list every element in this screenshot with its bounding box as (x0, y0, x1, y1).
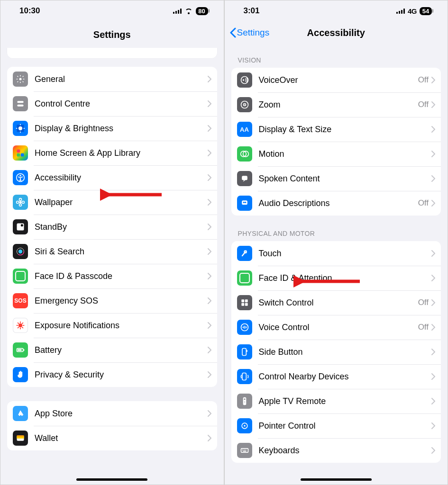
back-button[interactable]: Settings (229, 27, 270, 38)
svg-line-33 (22, 323, 23, 324)
navbar: Settings (0, 21, 224, 48)
chevron-right-icon (208, 273, 211, 279)
row-spoken-content[interactable]: Spoken Content (231, 166, 441, 191)
row-voice-control[interactable]: Voice ControlOff (231, 315, 441, 340)
chevron-right-icon (431, 126, 435, 133)
battery-indicator: 80 (196, 7, 210, 15)
chevron-right-icon (431, 77, 435, 83)
row-emergency-sos[interactable]: SOSEmergency SOS (7, 288, 217, 313)
row-battery[interactable]: Battery (7, 338, 217, 362)
chevron-right-icon (208, 76, 211, 82)
standby-icon (13, 219, 28, 234)
row-label: Side Button (259, 347, 432, 357)
svg-rect-36 (18, 349, 21, 350)
zoom-icon (237, 97, 252, 112)
chevron-right-icon (431, 250, 435, 257)
row-keyboards[interactable]: Keyboards (231, 438, 441, 463)
accessibility-screen: 3:01 4G 54 Settings Accessibility VISION… (225, 0, 448, 485)
row-voiceover[interactable]: VoiceOverOff (231, 68, 441, 92)
svg-point-24 (18, 250, 22, 253)
siri-icon (13, 244, 28, 259)
chevron-right-icon (431, 200, 435, 207)
row-label: Accessibility (35, 173, 208, 183)
row-value: Off (418, 323, 429, 332)
svg-rect-56 (245, 303, 247, 306)
row-general[interactable]: General (7, 67, 217, 91)
settings-group: VoiceOverOffZoomOffAADisplay & Text Size… (231, 68, 441, 216)
row-label: Voice Control (259, 323, 418, 332)
row-label: Display & Text Size (259, 125, 432, 135)
row-wallet[interactable]: Wallet (7, 426, 217, 450)
svg-point-25 (18, 323, 22, 327)
row-privacy-security[interactable]: Privacy & Security (7, 362, 217, 387)
svg-point-42 (242, 79, 244, 81)
svg-point-17 (19, 204, 22, 206)
row-standby[interactable]: StandBy (7, 215, 217, 239)
row-display-text-size[interactable]: AADisplay & Text Size (231, 117, 441, 142)
atvremote-icon (237, 394, 252, 409)
voicectrl-icon (237, 320, 252, 335)
row-wallpaper[interactable]: Wallpaper (7, 190, 217, 215)
row-label: Siri & Search (35, 247, 208, 257)
chevron-right-icon (431, 398, 435, 404)
row-side-button[interactable]: Side Button (231, 340, 441, 364)
home-indicator[interactable] (301, 478, 372, 481)
row-face-id-attention[interactable]: Face ID & Attention (231, 266, 441, 290)
home-indicator[interactable] (76, 478, 147, 481)
row-pointer-control[interactable]: Pointer Control (231, 413, 441, 438)
row-label: Pointer Control (259, 421, 432, 431)
svg-line-31 (22, 327, 23, 328)
row-value: Off (418, 198, 429, 208)
back-label: Settings (237, 27, 270, 38)
row-label: VoiceOver (259, 75, 418, 85)
row-label: Exposure Notifications (35, 321, 208, 331)
row-motion[interactable]: Motion (231, 142, 441, 166)
svg-point-14 (19, 175, 21, 176)
row-label: Emergency SOS (35, 296, 208, 306)
battery-indicator: 54 (420, 7, 433, 15)
accessibility-scroll[interactable]: VISIONVoiceOverOffZoomOffAADisplay & Tex… (225, 44, 448, 485)
row-label: Display & Brightness (35, 124, 208, 134)
row-accessibility[interactable]: Accessibility (7, 165, 217, 190)
row-value: Off (418, 298, 429, 307)
motion-icon (237, 146, 252, 162)
svg-rect-60 (242, 373, 246, 380)
row-touch[interactable]: Touch (231, 241, 441, 266)
row-zoom[interactable]: ZoomOff (231, 92, 441, 117)
page-title: Accessibility (307, 27, 365, 38)
svg-rect-55 (241, 303, 244, 306)
row-display-brightness[interactable]: Display & Brightness (7, 116, 217, 141)
row-label: Face ID & Attention (259, 273, 432, 283)
gear-icon (13, 72, 28, 87)
svg-rect-69 (245, 449, 246, 450)
settings-scroll[interactable]: GeneralControl CentreDisplay & Brightnes… (0, 48, 224, 485)
touch-icon (237, 246, 252, 261)
chevron-right-icon (208, 224, 211, 230)
svg-point-4 (18, 126, 22, 130)
battery-icon (13, 342, 28, 358)
row-home-screen-app-library[interactable]: Home Screen & App Library (7, 141, 217, 165)
row-app-store[interactable]: App Store (7, 401, 217, 426)
row-label: Spoken Content (259, 174, 432, 184)
row-value: Off (418, 75, 429, 85)
svg-rect-39 (17, 437, 24, 439)
row-switch-control[interactable]: Switch ControlOff (231, 290, 441, 315)
row-exposure-notifications[interactable]: Exposure Notifications (7, 313, 217, 338)
svg-rect-11 (17, 153, 20, 157)
row-siri-search[interactable]: Siri & Search (7, 239, 217, 264)
pointer-icon (237, 418, 252, 433)
signal-icon (173, 8, 182, 14)
svg-point-51 (245, 202, 246, 203)
row-audio-descriptions[interactable]: Audio DescriptionsOff (231, 191, 441, 216)
row-control-nearby-devices[interactable]: Control Nearby Devices (231, 364, 441, 389)
group-header: PHYSICAL AND MOTOR (231, 230, 441, 241)
row-face-id-passcode[interactable]: Face ID & Passcode (7, 264, 217, 288)
svg-rect-1 (17, 101, 23, 103)
chevron-right-icon (431, 422, 435, 429)
svg-point-65 (244, 425, 245, 426)
row-control-centre[interactable]: Control Centre (7, 91, 217, 116)
sos-icon: SOS (13, 293, 28, 308)
chevron-right-icon (431, 151, 435, 157)
row-apple-tv-remote[interactable]: Apple TV Remote (231, 389, 441, 413)
wifi-icon (184, 8, 193, 14)
